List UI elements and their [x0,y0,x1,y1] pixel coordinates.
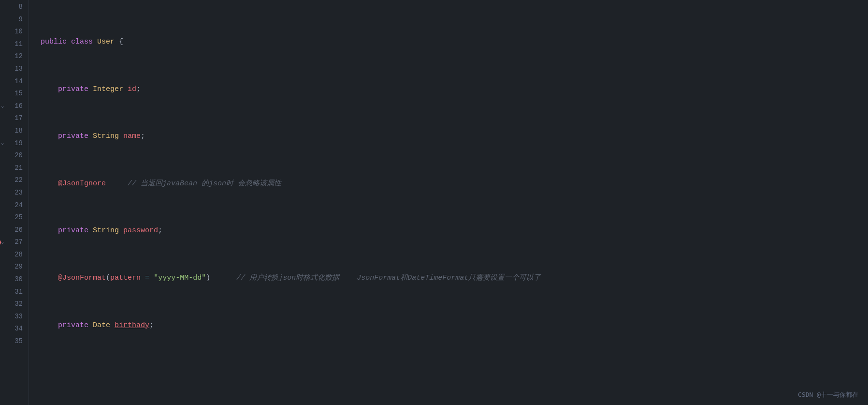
code-line-14: private Date birthady; [39,319,868,332]
watermark: CSDN @十一与你都在 [798,390,858,400]
line-19: ⌄ 19 [0,137,23,150]
line-31: 31 [0,286,23,299]
code-line-12: private String password; [39,225,868,237]
line-15: 15 [0,88,23,100]
line-35: 35 [0,335,23,348]
code-line-15 [39,366,868,379]
code-line-8: public class User { [39,36,868,48]
line-33: 33 [0,311,23,323]
line-8: 8 [0,1,23,14]
line-29: 29 [0,261,23,273]
line-17: 17 [0,112,23,125]
line-20: 20 [0,150,23,162]
code-line-13: @JsonFormat(pattern = "yyyy-MM-dd") // 用… [39,272,868,285]
line-13: 13 [0,63,23,75]
line-21: 21 [0,162,23,175]
line-gutter: 8 9 10 11 12 13 14 15 ⌄ 16 17 18 ⌄ 19 20… [0,0,29,405]
line-11: 11 [0,38,23,51]
line-23: 23 [0,187,23,199]
line-24: 24 [0,199,23,212]
code-line-9: private Integer id; [39,83,868,96]
line-26: 26 [0,224,23,237]
code-line-10: private String name; [39,130,868,143]
line-27: ⌄ 27 [0,236,23,249]
line-18: 18 [0,125,23,137]
line-14: 14 [0,75,23,88]
editor-container: 8 9 10 11 12 13 14 15 ⌄ 16 17 18 ⌄ 19 20… [0,0,868,405]
line-22: 22 [0,174,23,187]
line-10: 10 [0,26,23,38]
line-16: ⌄ 16 [0,100,23,113]
line-25: 25 [0,211,23,224]
line-34: 34 [0,323,23,335]
line-32: 32 [0,298,23,311]
line-9: 9 [0,14,23,26]
code-line-11: @JsonIgnore // 当返回javaBean 的json时 会忽略该属性 [39,178,868,190]
line-numbers: 8 9 10 11 12 13 14 15 ⌄ 16 17 18 ⌄ 19 20… [0,1,29,348]
code-area[interactable]: public class User { private Integer id; … [29,0,868,405]
line-30: 30 [0,273,23,286]
line-28: 28 [0,249,23,261]
line-12: 12 [0,50,23,63]
